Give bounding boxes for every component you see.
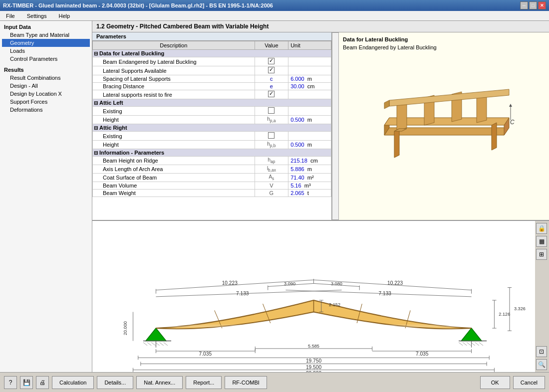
svg-line-94 bbox=[479, 343, 483, 346]
bottom-toolbar: ? 💾 🖨 Calculation Details... Nat. Annex.… bbox=[0, 372, 549, 392]
table-row: Height hp,b 0.500 m bbox=[93, 141, 331, 149]
details-button[interactable]: Details... bbox=[97, 376, 133, 389]
table-row: Axis Length of Arch Area lb,ax 5.886 m bbox=[93, 165, 331, 174]
bottom-wrapper: 10.223 10.223 3.090 3.080 7.133 bbox=[92, 221, 549, 372]
vertical-scrollbar[interactable] bbox=[332, 32, 339, 220]
sidebar-item-geometry[interactable]: Geometry bbox=[2, 39, 90, 47]
print-button[interactable]: 🖨 bbox=[36, 376, 49, 389]
table-row: Beam Height on Ridge hap 215.18 cm bbox=[93, 157, 331, 165]
svg-marker-15 bbox=[146, 328, 166, 341]
sidebar-item-control-params[interactable]: Control Parameters bbox=[2, 55, 90, 63]
collapse-lateral-btn[interactable]: ⊟ bbox=[94, 51, 98, 56]
close-button[interactable]: ✕ bbox=[538, 1, 546, 9]
menu-help[interactable]: Help bbox=[54, 12, 74, 20]
svg-text:3.080: 3.080 bbox=[331, 282, 342, 287]
svg-line-85 bbox=[151, 343, 155, 346]
svg-line-90 bbox=[463, 343, 467, 346]
collapse-info-btn[interactable]: ⊟ bbox=[94, 150, 98, 156]
ok-button[interactable]: OK bbox=[480, 376, 510, 389]
svg-text:19.500: 19.500 bbox=[306, 365, 321, 370]
svg-line-87 bbox=[160, 343, 164, 346]
info-title: Data for Lateral Buckling bbox=[343, 36, 545, 42]
minimize-button[interactable]: ─ bbox=[520, 1, 528, 9]
sidebar-item-design-all[interactable]: Design - All bbox=[2, 82, 90, 90]
svg-line-88 bbox=[164, 343, 168, 346]
table-row: Existing bbox=[93, 107, 331, 116]
svg-text:19.750: 19.750 bbox=[306, 359, 321, 364]
table-row: Beam Weight G 2.065 t bbox=[93, 190, 331, 197]
info-subtitle: Beam Endangered by Lateral Buckling bbox=[343, 44, 545, 50]
input-data-label: Input Data bbox=[2, 23, 90, 31]
checkbox-lateral-buckling[interactable] bbox=[268, 58, 274, 64]
sidebar-item-result-combinations[interactable]: Result Combinations bbox=[2, 74, 90, 82]
menu-settings[interactable]: Settings bbox=[23, 12, 51, 20]
table-row: Coat Surface of Beam As 71.40 m² bbox=[93, 174, 331, 182]
svg-marker-9 bbox=[389, 89, 509, 106]
grid-button[interactable]: ⊞ bbox=[536, 249, 547, 260]
save-button[interactable]: 💾 bbox=[20, 376, 33, 389]
main-container: Input Data Beam Type and Material Geomet… bbox=[0, 21, 549, 372]
calculation-button[interactable]: Calculation bbox=[52, 376, 94, 389]
svg-marker-10 bbox=[384, 100, 389, 109]
sidebar-item-support-forces[interactable]: Support Forces bbox=[2, 98, 90, 106]
sidebar-item-beam-type[interactable]: Beam Type and Material bbox=[2, 31, 90, 39]
params-table[interactable]: Description Value Unit ⊟Data for Lateral… bbox=[92, 41, 331, 220]
svg-marker-16 bbox=[461, 328, 482, 341]
zoom-button[interactable]: 🔍 bbox=[536, 359, 547, 370]
checkbox-attic-right-existing[interactable] bbox=[268, 132, 274, 139]
content-area: 1.2 Geometry - Pitched Cambered Beam wit… bbox=[92, 21, 549, 372]
help-button[interactable]: ? bbox=[4, 376, 17, 389]
table-row: Lateral supports resist to fire bbox=[93, 90, 331, 99]
svg-marker-4 bbox=[397, 103, 407, 131]
menu-file[interactable]: File bbox=[2, 12, 19, 20]
collapse-attic-left-btn[interactable]: ⊟ bbox=[94, 100, 98, 106]
results-label: Results bbox=[2, 66, 90, 74]
table-row: Lateral Supports Available bbox=[93, 66, 331, 75]
beam-3d-diagram: C bbox=[343, 55, 545, 186]
sidebar: Input Data Beam Type and Material Geomet… bbox=[0, 21, 92, 372]
col-header-description: Description bbox=[93, 41, 255, 50]
col-header-value: Value bbox=[255, 41, 288, 50]
maximize-button[interactable]: □ bbox=[529, 1, 537, 9]
group-info-params: ⊟Information - Parameters bbox=[93, 149, 331, 157]
table-button[interactable]: ▦ bbox=[536, 236, 547, 247]
svg-text:2.152: 2.152 bbox=[329, 303, 340, 308]
report-button[interactable]: Report... bbox=[186, 376, 222, 389]
bottom-diagram-area: 10.223 10.223 3.090 3.080 7.133 bbox=[92, 221, 535, 372]
group-attic-left: ⊟Attic Left bbox=[93, 99, 331, 107]
beam-diagram-svg: C bbox=[369, 55, 519, 185]
svg-text:7.133: 7.133 bbox=[236, 291, 249, 296]
sidebar-item-deformations[interactable]: Deformations bbox=[2, 106, 90, 114]
col-header-unit: Unit bbox=[288, 41, 331, 50]
svg-line-84 bbox=[147, 343, 151, 346]
svg-text:5.585: 5.585 bbox=[308, 344, 319, 349]
top-panel: Parameters Description Value Unit bbox=[92, 32, 549, 221]
svg-line-91 bbox=[467, 343, 471, 346]
table-row: Bracing Distance e 30.00 cm bbox=[93, 83, 331, 90]
table-row: Height hp,a 0.500 m bbox=[93, 116, 331, 124]
sidebar-item-loads[interactable]: Loads bbox=[2, 47, 90, 55]
svg-line-83 bbox=[143, 343, 147, 346]
rf-combi-button[interactable]: RF-COMBI bbox=[225, 376, 267, 389]
lock-button[interactable]: 🔒 bbox=[536, 223, 547, 234]
svg-text:7.133: 7.133 bbox=[378, 291, 391, 296]
sidebar-item-design-location[interactable]: Design by Location X bbox=[2, 90, 90, 98]
svg-text:20.000: 20.000 bbox=[123, 321, 128, 335]
menu-bar: File Settings Help bbox=[0, 11, 549, 21]
svg-text:3.326: 3.326 bbox=[514, 307, 526, 312]
group-attic-right: ⊟Attic Right bbox=[93, 124, 331, 132]
svg-text:7.035: 7.035 bbox=[199, 351, 212, 357]
section-header: 1.2 Geometry - Pitched Cambered Beam wit… bbox=[92, 21, 549, 32]
svg-text:10.223: 10.223 bbox=[222, 281, 238, 286]
checkbox-attic-left-existing[interactable] bbox=[268, 107, 274, 114]
checkbox-fire[interactable] bbox=[268, 91, 274, 97]
svg-line-93 bbox=[475, 343, 479, 346]
beam-section-diagram: 10.223 10.223 3.090 3.080 7.133 bbox=[92, 221, 535, 372]
zoom-fit-button[interactable]: ⊡ bbox=[536, 346, 547, 357]
info-panel: Data for Lateral Buckling Beam Endangere… bbox=[339, 32, 549, 220]
svg-text:20.000: 20.000 bbox=[306, 371, 321, 372]
collapse-attic-right-btn[interactable]: ⊟ bbox=[94, 125, 98, 131]
cancel-button[interactable]: Cancel bbox=[513, 376, 545, 389]
nat-annex-button[interactable]: Nat. Annex... bbox=[136, 376, 183, 389]
checkbox-lateral-supports[interactable] bbox=[268, 67, 274, 73]
